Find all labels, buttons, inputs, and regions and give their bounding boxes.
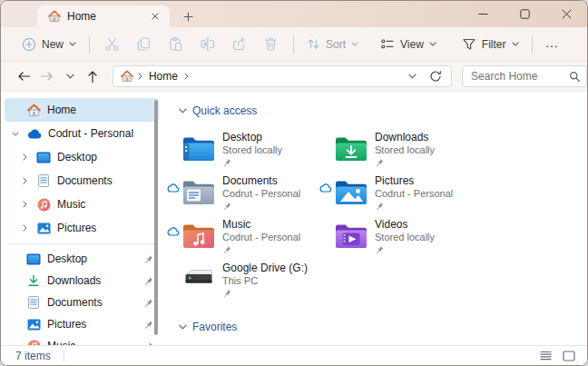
copy-button[interactable]: [128, 33, 160, 56]
sidebar-item-downloads-pinned[interactable]: Downloads: [5, 270, 159, 292]
chevron-expanded-icon: [179, 324, 187, 330]
quick-access-item-music[interactable]: Music Codrut - Personal: [182, 217, 335, 261]
cut-button[interactable]: [96, 33, 128, 56]
section-label: Quick access: [192, 104, 257, 117]
chevron-collapsed-icon[interactable]: [19, 224, 30, 232]
trash-icon: [263, 36, 279, 52]
item-location: This PC: [222, 275, 308, 287]
pin-icon: [222, 289, 308, 299]
home-icon: [48, 10, 61, 23]
pictures-icon: [26, 317, 41, 331]
item-name: Desktop: [222, 131, 282, 143]
quick-access-item-documents[interactable]: Documents Codrut - Personal: [182, 173, 335, 217]
close-button[interactable]: [545, 1, 587, 27]
downloads-folder-icon: [335, 132, 368, 164]
item-location: Codrut - Personal: [222, 188, 300, 200]
chevron-collapsed-icon[interactable]: [19, 201, 30, 208]
desktop-folder-icon: [36, 150, 51, 164]
search-icon[interactable]: [568, 70, 581, 83]
chevron-expanded-icon[interactable]: [10, 132, 21, 136]
sidebar-item-desktop[interactable]: Desktop: [5, 145, 159, 169]
forward-button[interactable]: [36, 65, 57, 87]
new-button-label: New: [42, 38, 64, 51]
sidebar-item-home[interactable]: Home: [5, 98, 159, 122]
sidebar-item-music-pinned[interactable]: Music: [5, 335, 159, 345]
sort-button[interactable]: Sort: [300, 33, 365, 55]
see-more-button[interactable]: …: [539, 35, 566, 54]
sidebar-item-pictures-pinned[interactable]: Pictures: [5, 313, 159, 335]
pin-icon: [222, 245, 300, 255]
recent-locations-button[interactable]: [59, 65, 80, 87]
new-button[interactable]: New: [15, 33, 83, 56]
filter-button[interactable]: Filter: [456, 33, 525, 55]
sort-button-label: Sort: [326, 38, 346, 51]
item-location: Stored locally: [375, 232, 435, 243]
address-bar[interactable]: Home: [113, 65, 452, 87]
chevron-collapsed-icon[interactable]: [19, 177, 30, 184]
paste-icon: [168, 36, 183, 52]
large-thumbnails-view-button[interactable]: [560, 348, 578, 364]
pin-icon: [375, 158, 435, 168]
share-icon: [231, 36, 247, 52]
quick-access-item-downloads[interactable]: Downloads Stored locally: [335, 130, 487, 173]
explorer-tab-home[interactable]: Home: [37, 5, 170, 27]
pictures-icon: [36, 221, 51, 235]
toolbar-divider: [293, 35, 294, 54]
maximize-button[interactable]: [504, 1, 545, 27]
section-label: Favorites: [192, 321, 237, 333]
sidebar-item-desktop-pinned[interactable]: Desktop: [5, 248, 159, 270]
rename-icon: [200, 36, 216, 52]
back-button[interactable]: [14, 65, 34, 87]
sidebar-item-documents-pinned[interactable]: Documents: [5, 292, 159, 313]
tab-close-button[interactable]: [148, 9, 162, 24]
view-button[interactable]: View: [374, 33, 443, 55]
sidebar-scrollbar[interactable]: [154, 100, 158, 335]
up-button[interactable]: [83, 65, 103, 87]
sidebar-item-pictures[interactable]: Pictures: [5, 216, 159, 240]
rename-button[interactable]: [191, 33, 223, 56]
desktop-folder-icon: [182, 132, 215, 164]
desktop-folder-icon: [26, 252, 41, 266]
cloud-status-icon: [167, 227, 180, 236]
minimize-button[interactable]: [462, 1, 504, 27]
chevron-collapsed-icon[interactable]: [19, 153, 30, 161]
sidebar-item-label: Downloads: [47, 274, 137, 287]
address-dropdown-button[interactable]: [403, 67, 421, 85]
pin-icon: [143, 298, 153, 308]
sidebar-item-documents[interactable]: Documents: [5, 169, 159, 193]
view-icon: [380, 37, 395, 51]
paste-button[interactable]: [160, 33, 191, 56]
copy-icon: [136, 36, 152, 52]
sidebar-item-music[interactable]: Music: [5, 193, 159, 216]
window-controls: [462, 1, 587, 27]
sidebar-item-label: Documents: [57, 174, 153, 187]
refresh-button[interactable]: [426, 67, 446, 85]
sidebar-item-onedrive[interactable]: Codrut - Personal: [5, 122, 159, 145]
documents-icon: [36, 173, 51, 188]
scissors-icon: [104, 36, 120, 52]
delete-button[interactable]: [255, 33, 287, 56]
item-name: Music: [222, 218, 300, 231]
explorer-body: Home Codrut - Personal: [1, 92, 587, 345]
downloads-icon: [26, 273, 41, 288]
search-box[interactable]: [462, 65, 587, 87]
share-button[interactable]: [223, 33, 255, 56]
quick-access-header[interactable]: Quick access: [179, 103, 587, 119]
quick-access-item-pictures[interactable]: Pictures Codrut - Personal: [335, 173, 487, 217]
quick-access-grid: Desktop Stored locally: [182, 130, 491, 304]
titlebar[interactable]: Home: [1, 1, 587, 27]
new-tab-button[interactable]: [179, 7, 197, 25]
quick-access-item-desktop[interactable]: Desktop Stored locally: [182, 130, 335, 173]
details-view-button[interactable]: [536, 348, 554, 364]
favorites-header[interactable]: Favorites: [179, 319, 587, 335]
pin-icon: [375, 245, 435, 255]
search-input[interactable]: [471, 70, 568, 83]
breadcrumb-item-home[interactable]: Home: [147, 70, 180, 83]
toolbar-divider: [89, 35, 90, 54]
sidebar-item-label: Desktop: [47, 252, 137, 265]
pin-icon: [143, 254, 153, 264]
quick-access-item-videos[interactable]: Videos Stored locally: [335, 217, 487, 261]
quick-access-item-google-drive[interactable]: Google Drive (G:) This PC: [182, 261, 335, 304]
chevron-right-icon: [138, 73, 142, 80]
videos-folder-icon: [335, 219, 368, 252]
